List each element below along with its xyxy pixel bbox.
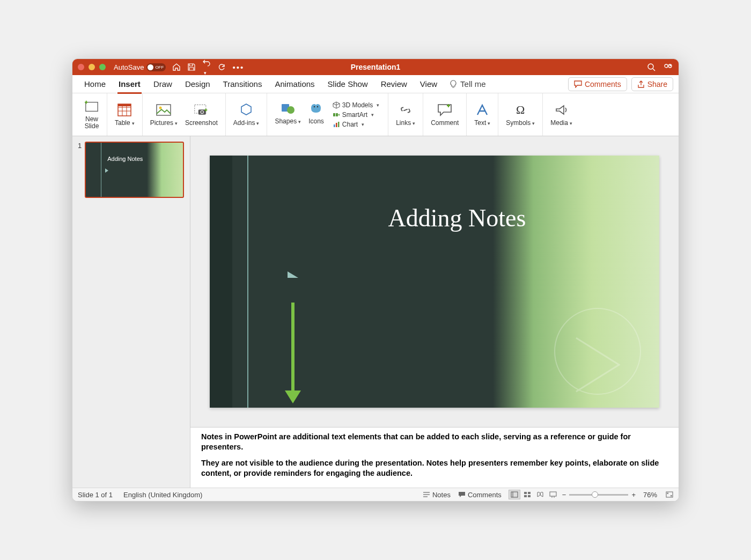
svg-rect-11 xyxy=(157,105,171,115)
tab-slideshow[interactable]: Slide Show xyxy=(321,77,374,91)
reading-view-button[interactable] xyxy=(534,490,546,499)
window-title: Presentation1 xyxy=(351,63,401,71)
svg-point-19 xyxy=(317,106,318,107)
slideshow-view-button[interactable] xyxy=(547,490,559,499)
share-titlebar-icon[interactable] xyxy=(664,63,673,71)
addins-button[interactable]: Add-ins▾ xyxy=(233,102,260,127)
shapes-button[interactable]: Shapes▾ xyxy=(275,101,301,125)
slide-counter[interactable]: Slide 1 of 1 xyxy=(78,491,113,499)
view-buttons xyxy=(509,490,559,499)
symbols-label: Symbols xyxy=(506,119,531,127)
addins-icon xyxy=(239,102,254,117)
comments-button[interactable]: Comments xyxy=(568,77,627,91)
normal-view-button[interactable] xyxy=(509,490,520,499)
zoom-in-button[interactable]: + xyxy=(631,491,636,499)
background-decoration xyxy=(539,298,657,405)
svg-point-2 xyxy=(665,64,668,68)
icons-label: Icons xyxy=(308,117,324,125)
addins-label: Add-ins xyxy=(233,119,255,127)
minimize-window-button[interactable] xyxy=(89,64,95,70)
text-icon xyxy=(475,102,490,117)
more-icon[interactable]: ••• xyxy=(232,63,244,72)
notes-paragraph-1[interactable]: Notes in PowerPoint are additional text … xyxy=(201,432,668,453)
tab-insert[interactable]: Insert xyxy=(112,77,147,91)
comments-toggle[interactable]: Comments xyxy=(458,491,502,499)
redo-icon[interactable] xyxy=(217,63,226,71)
slide-thumbnail-1[interactable]: Adding Notes xyxy=(85,142,184,198)
search-icon[interactable] xyxy=(647,63,656,71)
comment-button[interactable]: Comment xyxy=(431,102,459,127)
notes-toggle[interactable]: Notes xyxy=(423,491,451,499)
slide-canvas-area[interactable]: Adding Notes xyxy=(190,136,679,427)
sorter-view-button[interactable] xyxy=(521,490,533,499)
tab-view[interactable]: View xyxy=(414,77,444,91)
thumbnail-number: 1 xyxy=(78,142,82,198)
chart-button[interactable]: Chart▾ xyxy=(332,120,380,129)
tab-animations[interactable]: Animations xyxy=(268,77,321,91)
lightbulb-icon xyxy=(449,80,458,89)
tab-draw[interactable]: Draw xyxy=(147,77,179,91)
media-button[interactable]: Media▾ xyxy=(550,102,572,127)
text-button[interactable]: Text▾ xyxy=(474,102,490,127)
symbols-button[interactable]: Ω Symbols▾ xyxy=(506,102,535,127)
chart-label: Chart xyxy=(342,121,358,128)
fit-to-window-button[interactable] xyxy=(666,491,673,498)
tab-review[interactable]: Review xyxy=(374,77,414,91)
smartart-label: SmartArt xyxy=(342,111,367,119)
autosave-state: OFF xyxy=(155,65,164,70)
close-window-button[interactable] xyxy=(78,64,84,70)
thumbnail-panel: 1 Adding Notes xyxy=(72,136,190,488)
thumb-title: Adding Notes xyxy=(107,156,143,162)
svg-rect-33 xyxy=(524,495,527,497)
undo-icon[interactable]: ▾ xyxy=(202,58,211,76)
zoom-value[interactable]: 76% xyxy=(643,491,657,499)
comments-toggle-label: Comments xyxy=(468,491,502,499)
smartart-button[interactable]: SmartArt▾ xyxy=(332,110,380,119)
table-button[interactable]: Table▾ xyxy=(115,102,135,127)
links-button[interactable]: Links▾ xyxy=(396,102,415,127)
ribbon: NewSlide Table▾ Pictures▾ xyxy=(72,93,679,136)
comments-label: Comments xyxy=(585,80,621,89)
svg-rect-21 xyxy=(336,113,338,116)
svg-rect-23 xyxy=(336,123,337,127)
autosave-switch[interactable]: OFF xyxy=(146,63,166,71)
tab-design[interactable]: Design xyxy=(179,77,217,91)
screenshot-button[interactable]: Screenshot xyxy=(185,102,218,127)
save-icon[interactable] xyxy=(187,63,196,71)
share-button[interactable]: Share xyxy=(631,77,673,91)
tab-home[interactable]: Home xyxy=(78,77,112,91)
chart-icon xyxy=(333,121,340,128)
comment-label: Comment xyxy=(431,119,459,127)
media-icon xyxy=(554,102,569,117)
shapes-icon xyxy=(281,101,296,116)
pictures-button[interactable]: Pictures▾ xyxy=(150,102,178,127)
window-controls xyxy=(78,64,106,70)
tell-me-button[interactable]: Tell me xyxy=(449,79,486,89)
svg-rect-20 xyxy=(333,113,335,116)
new-slide-button[interactable]: NewSlide xyxy=(84,99,99,130)
notes-paragraph-2[interactable]: They are not visible to the audience dur… xyxy=(201,458,668,479)
home-icon[interactable] xyxy=(172,63,181,71)
pictures-label: Pictures xyxy=(150,119,173,127)
zoom-slider[interactable] xyxy=(569,494,628,496)
slide-title[interactable]: Adding Notes xyxy=(388,204,526,232)
maximize-window-button[interactable] xyxy=(99,64,106,70)
share-label: Share xyxy=(647,80,667,89)
autosave-toggle[interactable]: AutoSave OFF xyxy=(114,63,166,71)
tab-transitions[interactable]: Transitions xyxy=(217,77,269,91)
media-label: Media xyxy=(550,119,568,127)
new-slide-icon xyxy=(84,99,99,114)
new-slide-label: NewSlide xyxy=(85,116,99,130)
notes-pane[interactable]: Notes in PowerPoint are additional text … xyxy=(190,427,679,488)
statusbar: Slide 1 of 1 English (United Kingdom) No… xyxy=(72,488,679,501)
slide[interactable]: Adding Notes xyxy=(210,156,659,408)
cube-icon xyxy=(333,101,340,109)
svg-rect-34 xyxy=(528,495,531,497)
zoom-out-button[interactable]: − xyxy=(562,491,566,499)
3d-models-label: 3D Models xyxy=(342,101,373,109)
tell-me-label: Tell me xyxy=(460,79,486,89)
3d-models-button[interactable]: 3D Models▾ xyxy=(332,101,380,109)
language-status[interactable]: English (United Kingdom) xyxy=(123,491,202,499)
icons-button[interactable]: Icons xyxy=(308,101,324,125)
share-icon xyxy=(637,80,645,88)
